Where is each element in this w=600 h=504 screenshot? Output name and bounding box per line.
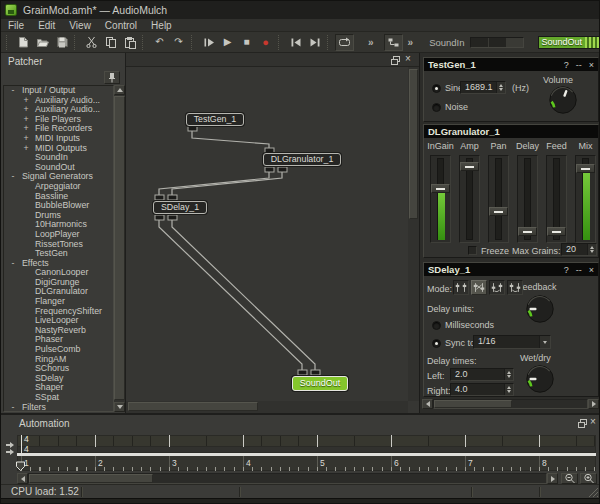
right-delay-field[interactable]: 4.0 (450, 383, 514, 396)
slider-handle[interactable] (489, 207, 508, 216)
close-button[interactable]: × (589, 60, 594, 70)
copy-button[interactable] (101, 34, 120, 51)
stop-button[interactable]: ■ (237, 34, 256, 51)
automation-follow-icon[interactable] (5, 441, 16, 455)
menu-view[interactable]: View (62, 19, 98, 32)
slider-handle[interactable] (518, 227, 537, 236)
close-panel-button[interactable]: × (590, 416, 596, 427)
slider-handle[interactable] (547, 227, 566, 236)
expand-glyph[interactable]: + (21, 144, 31, 154)
float-panel-button[interactable] (578, 419, 587, 428)
tree-item-filters[interactable]: -Filters (4, 403, 113, 412)
mode-feedback-right-button[interactable] (507, 280, 523, 295)
expand-glyph[interactable]: - (8, 172, 18, 182)
node-dlgranulator_1[interactable]: DLGranulator_1 (263, 153, 341, 166)
undo-button[interactable]: ↶ (150, 34, 169, 51)
node-soundout[interactable]: SoundOut (292, 376, 348, 391)
tree-item-sspat[interactable]: SSpat (4, 393, 113, 403)
save-file-button[interactable] (52, 34, 71, 51)
new-file-button[interactable] (14, 34, 33, 51)
record-button[interactable]: ● (256, 34, 275, 51)
resize-grip[interactable] (588, 487, 599, 498)
menu-edit[interactable]: Edit (31, 19, 62, 32)
scroll-left-button[interactable] (422, 399, 433, 409)
max-grains-field[interactable]: 20 (561, 243, 597, 256)
close-panel-button[interactable]: × (405, 53, 411, 64)
canvas-body[interactable]: TestGen_1DLGranulator_1SDelay_1SoundOut (126, 67, 408, 401)
pin-button[interactable] (104, 71, 120, 84)
slider-handle[interactable] (431, 184, 450, 193)
patcher-view-button[interactable] (384, 34, 403, 51)
close-button[interactable]: × (589, 265, 594, 275)
open-file-button[interactable] (33, 34, 52, 51)
toolbar-overflow-chevron-2[interactable]: » (408, 37, 414, 48)
cut-button[interactable] (82, 34, 101, 51)
slider-track[interactable] (430, 155, 451, 243)
slider-handle[interactable] (576, 164, 595, 173)
canvas-dock-titlebar[interactable]: × (126, 53, 419, 67)
max-grains-spinner[interactable] (587, 244, 596, 255)
paste-button[interactable] (120, 34, 139, 51)
slider-track[interactable] (488, 155, 509, 243)
canvas-hscroll-thumb[interactable] (128, 402, 258, 411)
toolbar-overflow-chevron[interactable]: » (368, 37, 374, 48)
node-testgen_1[interactable]: TestGen_1 (186, 113, 244, 126)
tree-item-testgen[interactable]: TestGen (4, 249, 113, 259)
noise-radio[interactable] (432, 103, 441, 112)
patcher-canvas[interactable]: × (126, 53, 419, 413)
zoom-in-button[interactable] (580, 473, 597, 484)
collapse-button[interactable]: -- (576, 265, 582, 275)
properties-hscrollbar[interactable] (420, 398, 600, 410)
tree-scroll-thumb[interactable] (114, 96, 125, 400)
menu-help[interactable]: Help (144, 19, 179, 32)
automation-scroll-thumb[interactable] (29, 474, 153, 483)
right-delay-spinner[interactable] (504, 384, 513, 395)
slider-track[interactable] (459, 155, 480, 243)
mode-cross-button[interactable] (471, 280, 487, 295)
sdelay-panel-header[interactable]: SDelay_1 ? -- × (424, 263, 598, 276)
canvas-vscrollbar[interactable] (408, 67, 419, 401)
slider-track[interactable] (575, 155, 596, 243)
float-panel-button[interactable] (391, 56, 400, 65)
volume-knob[interactable] (548, 85, 578, 115)
play-button[interactable]: ▶ (218, 34, 237, 51)
scroll-down-button[interactable] (114, 402, 125, 412)
slider-track[interactable] (517, 155, 538, 243)
sine-radio[interactable] (432, 84, 441, 93)
menu-file[interactable]: File (1, 19, 31, 32)
hscroll-thumb[interactable] (434, 400, 512, 408)
testgen-panel-header[interactable]: TestGen_1 ? -- × (424, 58, 598, 71)
menu-control[interactable]: Control (98, 19, 144, 32)
canvas-vscroll-thumb[interactable] (409, 69, 418, 219)
sync-to-radio[interactable] (432, 339, 441, 348)
help-button[interactable]: ? (564, 265, 569, 275)
scroll-left-button[interactable] (17, 473, 28, 484)
help-button[interactable]: ? (564, 60, 569, 70)
mode-feedback-left-button[interactable] (489, 280, 505, 295)
loop-button[interactable] (335, 34, 354, 51)
zoom-out-button[interactable] (561, 473, 578, 484)
title-bar[interactable]: GrainMod.amh* — AudioMulch (1, 1, 600, 19)
mode-straight-button[interactable] (453, 280, 469, 295)
wetdry-knob[interactable] (525, 364, 555, 394)
go-to-end-button[interactable] (305, 34, 324, 51)
scroll-up-button[interactable] (114, 85, 125, 95)
scroll-right-button[interactable] (547, 473, 558, 484)
node-sdelay_1[interactable]: SDelay_1 (153, 201, 207, 214)
expand-glyph[interactable]: - (8, 259, 18, 269)
feedback-knob[interactable] (525, 294, 555, 324)
expand-glyph[interactable]: - (8, 86, 18, 96)
tree-scrollbar[interactable] (114, 85, 125, 412)
left-delay-spinner[interactable] (504, 369, 513, 380)
slider-handle[interactable] (460, 162, 479, 171)
redo-button[interactable]: ↷ (169, 34, 188, 51)
canvas-hscrollbar[interactable] (126, 401, 408, 413)
dlgranulator-panel-header[interactable]: DLGranulator_1 (424, 125, 598, 138)
module-tree[interactable]: -Input / Output+Auxiliary Audio...+Auxil… (3, 85, 114, 412)
play-from-cursor-button[interactable] (199, 34, 218, 51)
scroll-right-button[interactable] (588, 399, 599, 409)
freeze-checkbox[interactable] (468, 246, 477, 255)
go-to-start-button[interactable] (286, 34, 305, 51)
sync-to-dropdown[interactable]: 1/16 (473, 335, 551, 349)
frequency-spinner[interactable] (496, 82, 505, 93)
